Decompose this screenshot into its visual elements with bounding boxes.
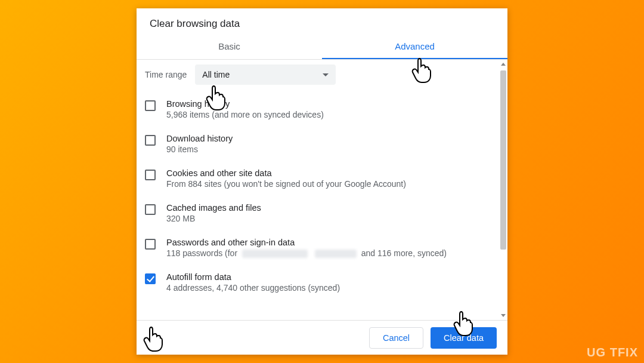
item-subtitle-prefix: 118 passwords (for	[166, 248, 237, 258]
item-text: Download history 90 items	[166, 134, 233, 154]
checkbox-download-history[interactable]	[145, 135, 156, 146]
checkbox-autofill[interactable]	[145, 273, 156, 284]
list-item: Passwords and other sign-in data 118 pas…	[145, 232, 488, 266]
tab-advanced[interactable]: Advanced	[322, 33, 507, 59]
item-text: Cookies and other site data From 884 sit…	[166, 168, 406, 189]
item-subtitle: 320 MB	[166, 214, 261, 223]
redacted-text	[242, 250, 308, 258]
item-subtitle: 5,968 items (and more on synced devices)	[166, 110, 324, 119]
dialog-title: Clear browsing data	[137, 8, 507, 33]
item-text: Cached images and files 320 MB	[166, 203, 261, 223]
item-subtitle: 90 items	[166, 144, 233, 154]
list-item: Browsing history 5,968 items (and more o…	[145, 93, 488, 128]
tab-basic[interactable]: Basic	[137, 33, 322, 59]
item-subtitle: 118 passwords (for and 116 more, synced)	[166, 248, 447, 258]
item-title: Cookies and other site data	[166, 168, 406, 178]
time-range-label: Time range	[145, 70, 187, 79]
time-range-select[interactable]: All time	[195, 64, 336, 85]
scrollbar-down-icon	[501, 314, 506, 317]
item-text: Passwords and other sign-in data 118 pas…	[166, 238, 447, 258]
item-subtitle: 4 addresses, 4,740 other suggestions (sy…	[166, 283, 340, 293]
checkbox-cached-images[interactable]	[145, 204, 156, 215]
redacted-text	[315, 250, 357, 258]
dialog-footer: Cancel Clear data	[137, 320, 507, 355]
time-range-value: All time	[202, 70, 230, 79]
cancel-button[interactable]: Cancel	[369, 327, 423, 349]
item-title: Browsing history	[166, 99, 324, 109]
list-item: Cookies and other site data From 884 sit…	[145, 162, 488, 197]
scrollbar-up-icon	[501, 63, 506, 66]
clear-browsing-data-dialog: Clear browsing data Basic Advanced Time …	[137, 8, 507, 355]
scrollbar[interactable]	[499, 60, 507, 320]
dialog-body: Time range All time Browsing history 5,9…	[137, 60, 507, 320]
scrollbar-thumb[interactable]	[500, 70, 506, 250]
scroll-area: Time range All time Browsing history 5,9…	[137, 60, 499, 320]
watermark: UG TFIX	[587, 346, 638, 359]
list-item: Autofill form data 4 addresses, 4,740 ot…	[145, 266, 488, 301]
item-title: Autofill form data	[166, 272, 340, 282]
item-title: Cached images and files	[166, 203, 261, 213]
checkbox-browsing-history[interactable]	[145, 100, 156, 111]
time-range-row: Time range All time	[145, 60, 488, 93]
item-subtitle-suffix: and 116 more, synced)	[361, 248, 447, 258]
item-text: Autofill form data 4 addresses, 4,740 ot…	[166, 272, 340, 293]
list-item: Download history 90 items	[145, 128, 488, 162]
item-text: Browsing history 5,968 items (and more o…	[166, 99, 324, 119]
tabs: Basic Advanced	[137, 33, 507, 60]
checkbox-passwords[interactable]	[145, 239, 156, 250]
item-title: Download history	[166, 134, 233, 143]
clear-data-button[interactable]: Clear data	[431, 327, 497, 349]
item-title: Passwords and other sign-in data	[166, 238, 447, 247]
list-item: Cached images and files 320 MB	[145, 197, 488, 232]
chevron-down-icon	[323, 73, 329, 76]
item-subtitle: From 884 sites (you won't be signed out …	[166, 179, 406, 189]
checkbox-cookies[interactable]	[145, 170, 156, 180]
